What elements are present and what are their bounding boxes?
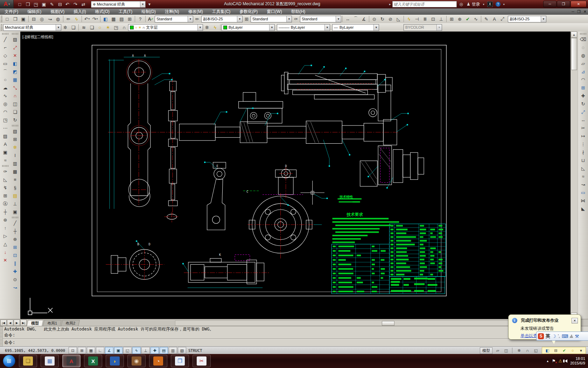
- match-lightning-icon[interactable]: ϟ: [72, 15, 80, 23]
- export-dwf-icon[interactable]: ◍: [54, 15, 62, 23]
- chamfer-icon[interactable]: ◺: [579, 164, 587, 172]
- center-cross-icon[interactable]: ┼: [11, 227, 19, 235]
- open-vault-icon[interactable]: ◳: [32, 1, 40, 8]
- undo-icon[interactable]: ↶▾: [64, 1, 72, 8]
- tab-布局2[interactable]: 布局2: [61, 320, 80, 326]
- save-icon[interactable]: ▣: [40, 1, 48, 8]
- undo-icon[interactable]: ↶▾: [83, 15, 91, 23]
- text-icon[interactable]: A: [1, 140, 9, 148]
- dim-aligned-icon[interactable]: ⌒: [352, 15, 360, 23]
- dim-space-icon[interactable]: ⊡: [429, 15, 437, 23]
- play-direction-icon[interactable]: ▷: [1, 232, 9, 240]
- menu-插入(I)[interactable]: 插入(I): [69, 8, 90, 15]
- construction-line-icon[interactable]: ⌐: [1, 43, 9, 52]
- horizontal-scroll-thumb[interactable]: [382, 321, 394, 326]
- viewport-controls-label[interactable]: [-][俯视][二维线框]: [22, 34, 53, 40]
- doc-close-button[interactable]: ✕: [583, 9, 587, 14]
- split-section-icon[interactable]: ≡: [11, 176, 19, 184]
- dim-style-icon[interactable]: ✏: [193, 15, 201, 23]
- layer-properties-icon[interactable]: ≋: [80, 24, 88, 31]
- layer-isolate-icon[interactable]: ϟ: [211, 24, 219, 31]
- join-icon[interactable]: ⊔: [579, 156, 587, 164]
- hatch-face-icon[interactable]: ▨: [11, 35, 19, 43]
- circle-center-icon[interactable]: ⊕: [11, 235, 19, 243]
- quick-view-layouts-icon[interactable]: ▱: [494, 347, 502, 354]
- circle-icon[interactable]: ○: [1, 76, 9, 84]
- symbol-wheel-icon[interactable]: ⊛: [1, 216, 9, 224]
- workspace-settings-gear-icon[interactable]: ✲: [61, 24, 69, 31]
- hatch-icon[interactable]: ▨: [1, 132, 9, 140]
- dynamic-ucs-toggle[interactable]: ⊥: [141, 347, 150, 354]
- table-style-combo[interactable]: Standard▼: [251, 16, 292, 22]
- sym-marks-blue-icon[interactable]: ✚: [11, 267, 19, 275]
- command-line-panel[interactable]: Autodesk DWG。 此文件上次由 Autodesk 应用程序或 Auto…: [0, 326, 588, 347]
- tolerance-icon[interactable]: ⊞: [448, 15, 456, 23]
- construction-dash-icon[interactable]: ╱: [11, 219, 19, 227]
- insert-block-icon[interactable]: ◳: [1, 116, 9, 124]
- toolbar-grip[interactable]: [1, 16, 2, 22]
- tab-next-button[interactable]: ▶: [14, 320, 20, 326]
- taskbar-explorer[interactable]: ❏: [19, 355, 37, 367]
- menu-修改(M)[interactable]: 修改(M): [184, 8, 208, 15]
- ellipse-icon[interactable]: ◎: [1, 100, 9, 108]
- wavy-line-icon[interactable]: ≈: [1, 156, 9, 164]
- workspace-switch-icon[interactable]: ⇄▾: [80, 1, 88, 8]
- tab-布局1[interactable]: 布局1: [43, 320, 62, 326]
- start-button[interactable]: ⊞: [3, 355, 15, 367]
- target-point-icon[interactable]: ⊙: [11, 275, 19, 284]
- menu-工具集(C)[interactable]: 工具集(C): [208, 8, 235, 15]
- switch-window-icon[interactable]: ◧: [544, 347, 551, 354]
- doc-minimize-button[interactable]: ─: [572, 9, 574, 14]
- performance-lamp-icon[interactable]: ○: [569, 347, 576, 354]
- save-as-icon[interactable]: ✎: [48, 1, 56, 8]
- dim-continue-icon[interactable]: Ⅲ: [421, 15, 429, 23]
- command-input[interactable]: 命令:: [4, 340, 588, 346]
- taskbar-app-yellow-blue[interactable]: ◗: [106, 355, 124, 367]
- tray-settings-arrow-icon[interactable]: ▾: [577, 347, 585, 354]
- dim-angular-icon[interactable]: ∡: [360, 15, 368, 23]
- restore-button[interactable]: ❐: [557, 1, 570, 7]
- color-combo[interactable]: ByLayer▼: [222, 24, 275, 31]
- exchange-icon[interactable]: X: [487, 1, 493, 7]
- menu-注释(N)[interactable]: 注释(N): [160, 8, 184, 15]
- break-at-point-icon[interactable]: ⋮: [579, 140, 587, 148]
- match-properties-icon[interactable]: ✏: [64, 15, 72, 23]
- text-style-icon[interactable]: A✔: [147, 15, 155, 23]
- ellipse-arc-icon[interactable]: ◠: [1, 108, 9, 116]
- workspace-combo[interactable]: ✲ Mechanical 经典▼: [91, 1, 146, 8]
- show-lineweight-toggle[interactable]: ▤: [160, 347, 168, 354]
- dim-update-icon[interactable]: ⤢: [498, 15, 506, 23]
- polar-tracking-toggle[interactable]: ∡: [105, 347, 113, 354]
- layer-bulb-on-icon[interactable]: ○: [96, 24, 104, 31]
- mirror-icon[interactable]: ⊿: [579, 68, 587, 76]
- dim-break-icon[interactable]: ⊥: [437, 15, 445, 23]
- zoom-window-blue-icon[interactable]: ◧: [11, 60, 19, 68]
- quick-dim-icon[interactable]: ϟ: [405, 15, 413, 23]
- trusted-check-icon[interactable]: ✔: [560, 347, 568, 354]
- erase-icon[interactable]: ⌫: [579, 35, 587, 43]
- table-style-icon[interactable]: ⊞: [243, 15, 251, 23]
- tab-first-button[interactable]: |◀: [0, 320, 7, 326]
- toolbar-overflow-icon[interactable]: ▾: [148, 2, 150, 7]
- minimize-button[interactable]: ─: [543, 1, 556, 7]
- plot-notify-icon[interactable]: ⊟: [552, 347, 560, 354]
- infocenter-collapse-icon[interactable]: ▸: [389, 2, 391, 6]
- dim-edit-icon[interactable]: ✎: [482, 15, 490, 23]
- taskbar-clock[interactable]: 18:01 2015/6/9: [570, 356, 585, 366]
- sheet-set-icon[interactable]: ▦: [110, 15, 118, 23]
- surface-texture-icon[interactable]: △: [1, 240, 9, 248]
- scale-icon[interactable]: ⤢: [579, 108, 587, 116]
- menu-绘制(D)[interactable]: 绘制(D): [137, 8, 160, 15]
- boundary-icon[interactable]: ▣: [1, 148, 9, 156]
- signin-link[interactable]: 登录: [472, 1, 480, 7]
- workspace-frame-icon[interactable]: ❏: [69, 24, 77, 31]
- move-icon[interactable]: ✚: [579, 92, 587, 100]
- rect-edit-icon[interactable]: ▭: [579, 189, 587, 197]
- dim-jog-line-icon[interactable]: ∿: [472, 15, 480, 23]
- ime-tools-icon[interactable]: ⚒: [575, 334, 579, 339]
- offset-icon[interactable]: ▱: [579, 60, 587, 68]
- search-input[interactable]: [392, 1, 457, 7]
- dynamic-input-toggle[interactable]: ✚: [150, 347, 159, 354]
- vertical-scrollbar[interactable]: ▲ ▼: [570, 32, 577, 319]
- leader-annotate-icon[interactable]: ✑: [1, 168, 9, 176]
